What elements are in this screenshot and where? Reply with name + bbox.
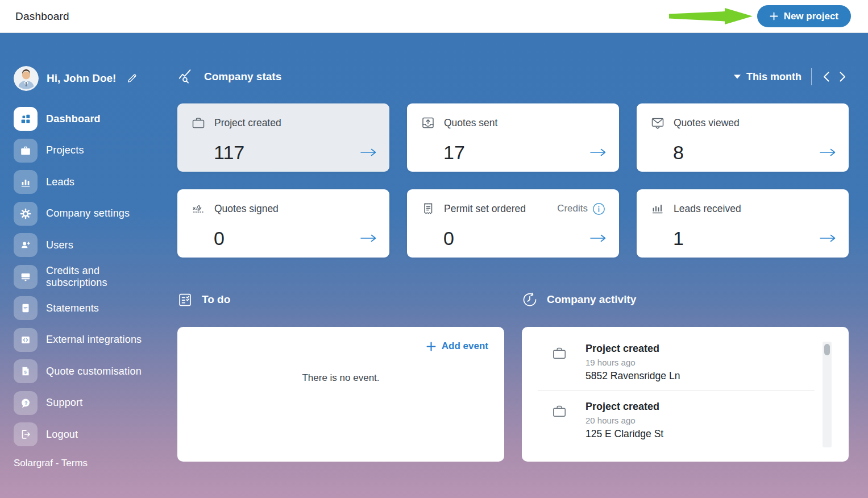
signature-icon [191, 201, 206, 216]
sidebar-item-company-settings[interactable]: Company settings [14, 202, 164, 226]
period-prev-button[interactable] [820, 69, 832, 85]
activity-item-time: 20 hours ago [585, 416, 663, 425]
stat-card-label: Leads received [674, 203, 741, 215]
stat-card-quotes-sent[interactable]: Quotes sent 17 [407, 103, 619, 172]
arrow-right-icon[interactable] [819, 148, 836, 157]
stat-card-leads-received[interactable]: Leads received 1 [637, 189, 849, 258]
stats-trend-icon [177, 68, 194, 85]
user-plus-icon [14, 233, 38, 257]
briefcase-icon [551, 403, 567, 440]
avatar[interactable] [14, 66, 39, 91]
add-event-button[interactable]: Add event [426, 341, 488, 352]
edit-profile-icon[interactable] [126, 73, 138, 84]
todo-list-icon [177, 292, 193, 308]
activity-item-address: 5852 Ravensridge Ln [585, 370, 680, 382]
logout-icon [14, 422, 38, 446]
sidebar-item-label: Projects [46, 144, 84, 156]
sidebar-item-label: Dashboard [46, 113, 101, 125]
stat-card-value: 0 [443, 227, 454, 250]
quote-doc-icon: $ [14, 359, 38, 383]
sidebar-item-users[interactable]: Users [14, 233, 164, 257]
company-activity-section: Company activity Project created 19 hour… [522, 288, 849, 462]
top-bar: Dashboard New project [0, 0, 868, 33]
todo-title: To do [202, 293, 230, 306]
sidebar-item-projects[interactable]: Projects [14, 139, 164, 163]
sidebar-item-external-integrations[interactable]: External integrations [14, 328, 164, 352]
activity-item-time: 19 hours ago [585, 358, 680, 367]
main-content: Company stats This month [177, 33, 849, 462]
document-icon [14, 296, 38, 320]
stat-card-permit-set-ordered[interactable]: Permit set ordered Credits 0 [407, 189, 619, 258]
stat-card-value: 8 [673, 142, 684, 164]
page-title: Dashboard [15, 10, 69, 23]
svg-text:?: ? [24, 400, 28, 405]
todo-panel: Add event There is no event. [177, 327, 504, 462]
arrow-right-icon[interactable] [589, 148, 607, 157]
stat-card-label: Quotes viewed [674, 117, 740, 129]
activity-item-title: Project created [585, 401, 663, 413]
grid-icon [14, 107, 38, 131]
activity-item[interactable]: Project created 19 hours ago 5852 Ravens… [538, 339, 815, 390]
credits-label: Credits [557, 203, 588, 214]
sidebar-item-leads[interactable]: Leads [14, 170, 164, 194]
stat-card-value: 117 [214, 142, 244, 164]
outbox-icon [421, 115, 435, 130]
sidebar-item-label: External integrations [46, 334, 142, 346]
arrow-right-icon[interactable] [360, 148, 377, 157]
divider [538, 390, 815, 391]
sidebar-item-support[interactable]: ? Support [14, 391, 164, 415]
receipt-icon [421, 201, 435, 216]
card-terminal-icon [14, 265, 38, 289]
dashboard-canvas: Hi, John Doe! Dashboard Projects [0, 33, 868, 498]
terms-link[interactable]: Solargraf - Terms [14, 458, 164, 469]
arrow-right-icon[interactable] [819, 234, 836, 243]
sidebar-item-statements[interactable]: Statements [14, 296, 164, 320]
new-project-button[interactable]: New project [757, 5, 851, 27]
company-activity-title: Company activity [547, 293, 636, 306]
gear-icon [14, 202, 38, 226]
sidebar-item-quote-customisation[interactable]: $ Quote customisation [14, 359, 164, 383]
arrow-right-icon[interactable] [589, 234, 607, 243]
stat-card-quotes-viewed[interactable]: Quotes viewed 8 [637, 103, 849, 172]
todo-section: To do Add event There is no event. [177, 288, 504, 462]
sidebar-nav: Dashboard Projects Leads [14, 107, 164, 446]
company-stats-title: Company stats [204, 70, 281, 83]
period-next-button[interactable] [837, 69, 849, 85]
sidebar-item-credits-subscriptions[interactable]: Credits and subscriptions [14, 265, 164, 289]
sidebar-item-label: Leads [46, 176, 74, 188]
sidebar-item-dashboard[interactable]: Dashboard [14, 107, 164, 131]
stat-card-label: Project created [214, 117, 281, 129]
period-controls: This month [734, 68, 849, 85]
sidebar: Hi, John Doe! Dashboard Projects [0, 33, 177, 498]
sidebar-item-label: Quote customisation [46, 366, 142, 377]
help-bubble-icon: ? [14, 391, 38, 415]
briefcase-icon [191, 115, 206, 130]
company-activity-header: Company activity [522, 288, 849, 312]
briefcase-icon [14, 139, 38, 163]
arrow-right-icon[interactable] [360, 234, 377, 243]
plus-icon [426, 342, 436, 351]
period-selector[interactable]: This month [734, 71, 801, 83]
todo-header: To do [177, 288, 504, 312]
info-icon[interactable] [592, 202, 605, 215]
lower-sections: To do Add event There is no event. [177, 288, 849, 462]
stat-card-quotes-signed[interactable]: Quotes signed 0 [177, 189, 389, 258]
user-row: Hi, John Doe! [14, 66, 164, 91]
svg-text:$: $ [24, 370, 27, 375]
activity-item-title: Project created [585, 343, 680, 355]
stat-card-value: 1 [673, 227, 684, 250]
scrollbar-thumb[interactable] [824, 344, 830, 355]
scrollbar-track[interactable] [823, 342, 832, 447]
activity-item[interactable]: Project created 20 hours ago 125 E Clari… [538, 397, 815, 448]
code-box-icon [14, 328, 38, 352]
sidebar-item-label: Company settings [46, 208, 130, 219]
sidebar-item-label: Credits and subscriptions [46, 265, 164, 289]
stat-card-project-created[interactable]: Project created 117 [177, 103, 389, 172]
sidebar-item-label: Support [46, 397, 82, 409]
stat-cards-grid: Project created 117 Quotes sent 17 [177, 103, 849, 258]
stat-card-value: 17 [443, 142, 465, 164]
bar-chart-icon [650, 201, 665, 216]
company-stats-title-group: Company stats [177, 68, 281, 85]
sidebar-item-logout[interactable]: Logout [14, 422, 164, 446]
company-activity-panel: Project created 19 hours ago 5852 Ravens… [522, 327, 849, 462]
